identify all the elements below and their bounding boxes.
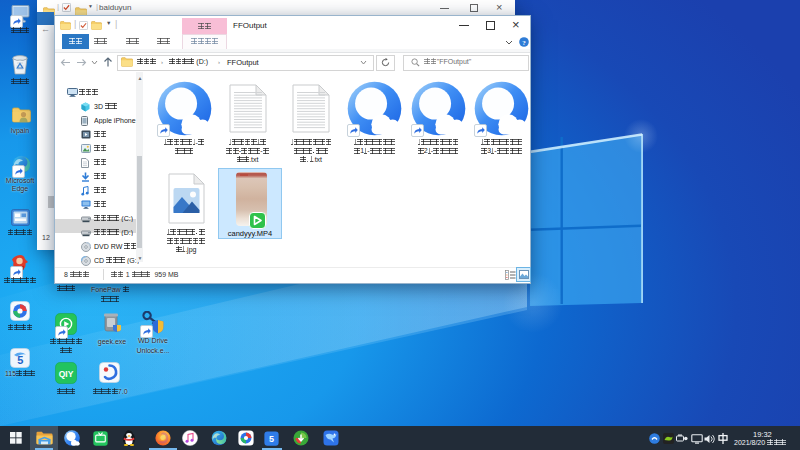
svg-text:5: 5 xyxy=(268,434,273,444)
svg-text:QIY: QIY xyxy=(59,369,74,379)
svg-text:?: ? xyxy=(522,39,526,47)
svg-text:5: 5 xyxy=(17,354,23,366)
